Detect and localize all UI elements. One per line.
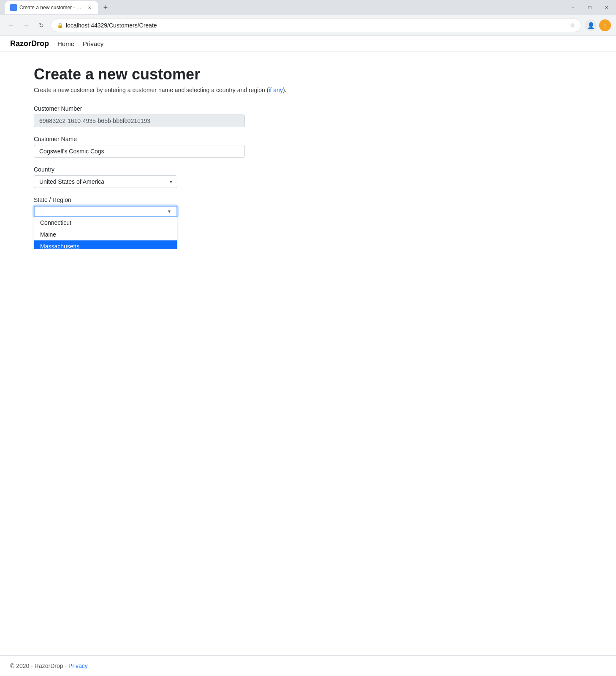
brand-logo[interactable]: RazorDrop <box>10 39 49 48</box>
page-title: Create a new customer <box>34 65 346 83</box>
customer-name-group: Customer Name <box>34 136 346 158</box>
toolbar-icons: 👤 ! <box>585 19 611 31</box>
dropdown-option-massachusetts[interactable]: Massachusetts <box>34 240 177 249</box>
dropdown-arrow-icon: ▼ <box>167 209 171 214</box>
window-controls: − □ ✕ <box>569 3 611 12</box>
warning-icon[interactable]: ! <box>599 19 611 31</box>
address-text: localhost:44329/Customers/Create <box>66 22 567 29</box>
customer-number-input <box>34 114 245 127</box>
tab-title: Create a new customer - RazorD… <box>19 5 84 11</box>
customer-name-label: Customer Name <box>34 136 346 142</box>
lock-icon: 🔒 <box>57 22 63 28</box>
country-select[interactable]: United States of America Canada United K… <box>34 175 177 188</box>
nav-link-home[interactable]: Home <box>57 40 74 47</box>
minimize-button[interactable]: − <box>569 3 577 12</box>
dropdown-option-connecticut[interactable]: Connecticut <box>34 217 177 229</box>
country-select-wrapper[interactable]: United States of America Canada United K… <box>34 175 177 188</box>
new-tab-button[interactable]: + <box>100 2 111 14</box>
state-region-group: State / Region ▼ Connecticut Maine Massa… <box>34 196 346 217</box>
state-region-label: State / Region <box>34 196 346 203</box>
address-bar[interactable]: 🔒 localhost:44329/Customers/Create ☆ <box>51 19 581 32</box>
state-region-dropdown-container: ▼ Connecticut Maine Massachusetts New Ha… <box>34 206 177 217</box>
forward-button[interactable]: → <box>20 19 32 31</box>
app-navbar: RazorDrop Home Privacy <box>0 36 616 52</box>
maximize-button[interactable]: □ <box>586 3 594 12</box>
tab-close-button[interactable]: ✕ <box>86 4 93 11</box>
browser-titlebar: Create a new customer - RazorD… ✕ + − □ … <box>0 0 616 15</box>
browser-toolbar: ← → ↻ 🔒 localhost:44329/Customers/Create… <box>0 15 616 35</box>
browser-tab[interactable]: Create a new customer - RazorD… ✕ <box>5 1 98 14</box>
close-button[interactable]: ✕ <box>602 3 611 12</box>
back-button[interactable]: ← <box>5 19 17 31</box>
customer-name-input[interactable] <box>34 145 245 158</box>
nav-link-privacy[interactable]: Privacy <box>83 40 103 47</box>
user-account-icon[interactable]: 👤 <box>585 19 597 31</box>
state-region-dropdown-trigger[interactable]: ▼ <box>34 206 177 217</box>
customer-number-group: Customer Number <box>34 105 346 127</box>
if-any-link[interactable]: if any <box>269 87 282 93</box>
state-region-dropdown-list: Connecticut Maine Massachusetts New Hamp… <box>34 217 177 249</box>
dropdown-option-maine[interactable]: Maine <box>34 229 177 240</box>
country-group: Country United States of America Canada … <box>34 166 346 188</box>
tab-favicon-icon <box>10 4 17 11</box>
customer-number-label: Customer Number <box>34 105 346 112</box>
country-label: Country <box>34 166 346 173</box>
reload-button[interactable]: ↻ <box>35 19 47 31</box>
page-subtitle: Create a new customer by entering a cust… <box>34 87 346 93</box>
page-content: Create a new customer Create a new custo… <box>0 52 380 249</box>
subtitle-text-before: Create a new customer by entering a cust… <box>34 87 269 93</box>
subtitle-text-after: ). <box>283 87 287 93</box>
bookmark-icon[interactable]: ☆ <box>570 22 575 29</box>
